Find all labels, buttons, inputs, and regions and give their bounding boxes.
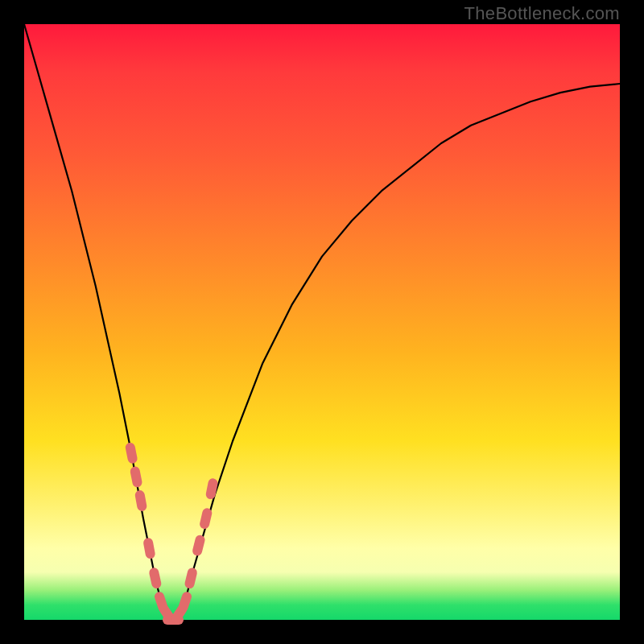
bottleneck-curve: [24, 24, 620, 620]
curve-marker: [199, 507, 213, 530]
chart-frame: TheBottleneck.com: [0, 0, 644, 644]
curve-path: [24, 24, 620, 620]
plot-area: [24, 24, 620, 620]
curve-marker: [192, 534, 206, 556]
curve-layer: [24, 24, 620, 620]
curve-marker: [134, 489, 147, 512]
curve-marker: [142, 537, 156, 559]
curve-marker: [177, 591, 193, 613]
watermark-text: TheBottleneck.com: [464, 3, 620, 24]
curve-marker: [130, 465, 143, 488]
curve-marker: [125, 442, 138, 464]
curve-marker: [205, 477, 219, 500]
curve-marker: [184, 567, 198, 589]
curve-marker: [148, 567, 162, 589]
